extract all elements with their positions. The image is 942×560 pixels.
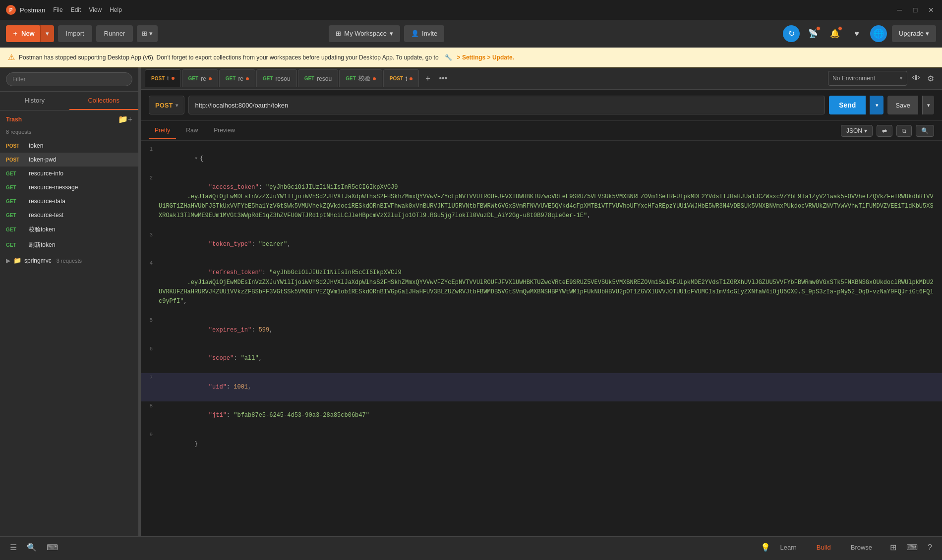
more-tabs-button[interactable]: •••: [437, 72, 449, 85]
search-response-button[interactable]: 🔍: [916, 125, 934, 137]
format-label: JSON: [846, 127, 862, 134]
learn-icon: 💡: [759, 541, 772, 554]
list-item[interactable]: GET resource-info: [0, 167, 138, 180]
workspace-label: My Workspace: [344, 30, 387, 37]
unsaved-dot: [410, 77, 412, 80]
main-layout: History Collections Trash 📁+ 8 requests …: [0, 67, 942, 536]
group-count: 3 requests: [57, 258, 82, 264]
new-button[interactable]: ＋ New: [6, 25, 41, 42]
help-button[interactable]: ?: [926, 541, 934, 554]
maximize-button[interactable]: □: [910, 6, 920, 14]
layout-button[interactable]: ⊞ ▾: [137, 25, 158, 42]
item-name: resource-message: [29, 184, 78, 191]
tab-raw[interactable]: Raw: [180, 123, 204, 139]
upgrade-button[interactable]: Upgrade ▾: [892, 25, 936, 42]
menu-edit[interactable]: Edit: [71, 6, 81, 13]
env-select-wrap: No Environment: [828, 71, 907, 86]
invite-button[interactable]: 👤 Invite: [404, 25, 444, 42]
warning-icon: ⚠: [8, 53, 15, 62]
tab-name: 校验: [358, 74, 370, 83]
menu-file[interactable]: File: [53, 6, 62, 13]
tab-item[interactable]: GET 校验: [339, 69, 382, 87]
minimize-button[interactable]: ─: [894, 6, 904, 14]
save-button[interactable]: Save: [887, 96, 918, 114]
sidebar: History Collections Trash 📁+ 8 requests …: [0, 67, 139, 536]
tab-item[interactable]: GET resou: [298, 69, 339, 87]
list-item[interactable]: GET 刷新token: [0, 237, 138, 253]
trash-label[interactable]: Trash: [6, 116, 22, 123]
response-tabs: Pretty Raw Preview JSON ▾ ⇌ ⧉ 🔍: [141, 121, 942, 141]
window-controls: ─ □ ✕: [894, 6, 936, 14]
search-bottom-button[interactable]: 🔍: [25, 541, 39, 554]
format-select-button[interactable]: JSON ▾: [841, 125, 873, 137]
notifications-button[interactable]: 🔔: [826, 25, 843, 42]
url-input[interactable]: [188, 96, 825, 114]
line-content: "uid": 1001,: [159, 373, 942, 402]
tab-method: POST: [390, 76, 403, 81]
close-button[interactable]: ✕: [926, 6, 936, 14]
copy-response-button[interactable]: ⧉: [896, 125, 912, 137]
tab-item[interactable]: POST t: [383, 69, 419, 87]
tab-learn[interactable]: Learn: [776, 542, 801, 553]
heart-button[interactable]: ♥: [848, 25, 865, 42]
send-button[interactable]: Send: [829, 96, 866, 114]
console-button[interactable]: ⌨: [45, 541, 60, 554]
menu-view[interactable]: View: [89, 6, 102, 13]
eye-button[interactable]: 👁: [910, 72, 922, 85]
tab-history[interactable]: History: [0, 92, 69, 110]
tab-item[interactable]: POST t: [145, 69, 181, 87]
method-select[interactable]: POST ▾: [149, 96, 184, 114]
tab-build[interactable]: Build: [813, 542, 835, 553]
tab-preview[interactable]: Preview: [208, 123, 241, 139]
method-badge-get: GET: [6, 199, 25, 204]
interceptor-button[interactable]: 📡: [805, 25, 822, 42]
item-name: 校验token: [29, 225, 55, 234]
new-collection-button[interactable]: 📁+: [118, 114, 132, 124]
list-item[interactable]: GET resource-message: [0, 180, 138, 194]
menu-help[interactable]: Help: [110, 6, 122, 13]
line-content: }: [159, 430, 942, 459]
new-dropdown-arrow[interactable]: ▾: [40, 25, 54, 42]
tab-name: resou: [276, 75, 291, 82]
sidebar-toggle-button[interactable]: ☰: [8, 541, 19, 554]
tab-item[interactable]: GET re: [219, 69, 255, 87]
import-button[interactable]: Import: [58, 25, 92, 42]
tab-pretty[interactable]: Pretty: [149, 123, 176, 139]
tab-method: GET: [346, 76, 356, 81]
sidebar-search-input[interactable]: [6, 72, 132, 86]
environment-area: No Environment 👁 ⚙: [822, 71, 942, 86]
list-item[interactable]: GET 校验token: [0, 222, 138, 237]
method-arrow-icon: ▾: [176, 103, 178, 108]
keyboard-button[interactable]: ⌨: [904, 541, 920, 554]
list-item[interactable]: GET resource-data: [0, 194, 138, 208]
settings-button[interactable]: ⚙: [925, 72, 936, 85]
tab-collections[interactable]: Collections: [69, 92, 139, 110]
wrap-button[interactable]: ⇌: [877, 125, 892, 137]
add-tab-button[interactable]: ＋: [422, 71, 434, 86]
tab-method: GET: [304, 76, 315, 81]
sync-button[interactable]: ↻: [783, 25, 800, 42]
environment-select[interactable]: No Environment: [828, 71, 907, 86]
avatar-button[interactable]: 🌐: [870, 25, 887, 42]
layout-columns-button[interactable]: ⊞: [888, 541, 898, 554]
list-item[interactable]: POST token: [0, 139, 138, 153]
send-dropdown-button[interactable]: ▾: [870, 96, 883, 114]
line-number: 5: [141, 316, 159, 325]
expand-icon[interactable]: ▾: [194, 155, 198, 162]
json-line: 3 "token_type": "bearer",: [141, 230, 942, 259]
warning-link[interactable]: > Settings > Update.: [457, 54, 514, 61]
tab-browse[interactable]: Browse: [847, 542, 876, 553]
item-name: token-pwd: [29, 156, 56, 163]
tab-item[interactable]: GET resou: [256, 69, 297, 87]
group-name: springmvc: [24, 257, 52, 264]
item-name: token: [29, 142, 43, 149]
list-item[interactable]: GET resource-test: [0, 208, 138, 222]
sidebar-group-springmvc[interactable]: ▶ 📁 springmvc 3 requests: [0, 253, 138, 268]
list-item[interactable]: POST token-pwd: [0, 153, 138, 167]
save-dropdown-button[interactable]: ▾: [922, 96, 934, 114]
line-number: 1: [141, 145, 159, 154]
runner-button[interactable]: Runner: [96, 25, 133, 42]
tab-item[interactable]: GET re: [182, 69, 218, 87]
warning-banner: ⚠ Postman has stopped supporting Desktop…: [0, 48, 942, 67]
workspace-button[interactable]: ⊞ My Workspace ▾: [329, 25, 400, 42]
